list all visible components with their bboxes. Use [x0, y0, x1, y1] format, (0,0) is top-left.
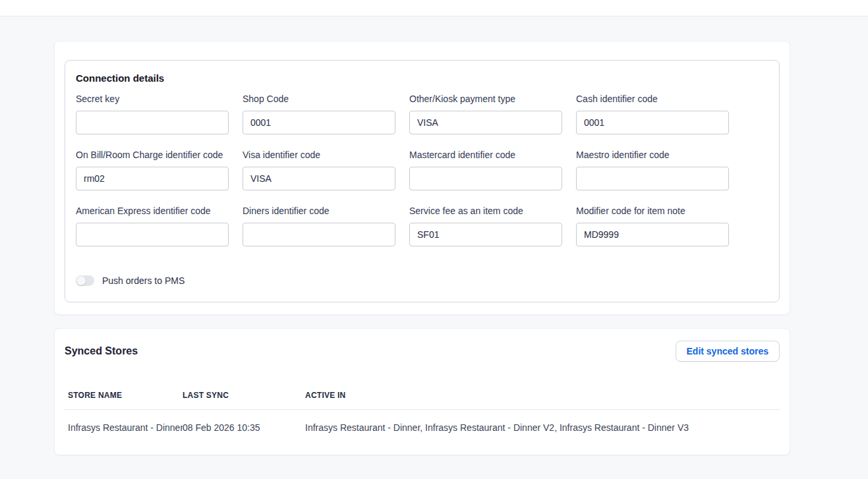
connection-details-title: Connection details: [76, 72, 768, 84]
secret-key-input[interactable]: [76, 111, 229, 134]
american-express-identifier-code-field: American Express identifier code: [76, 205, 229, 246]
push-orders-toggle-label: Push orders to PMS: [102, 275, 185, 286]
maestro-identifier-code-input[interactable]: [576, 167, 729, 190]
secret-key-field: Secret key: [76, 93, 229, 134]
service-fee-item-code-label: Service fee as an item code: [409, 205, 562, 217]
on-bill-room-charge-identifier-code-input[interactable]: [76, 167, 229, 190]
table-row: Infrasys Restaurant - Dinner 08 Feb 2026…: [65, 410, 780, 434]
shop-code-input[interactable]: [243, 111, 395, 134]
visa-identifier-code-input[interactable]: [243, 167, 395, 190]
mastercard-identifier-code-field: Mastercard identifier code: [409, 149, 562, 190]
synced-stores-header: Synced Stores Edit synced stores: [65, 341, 780, 362]
other-kiosk-payment-type-label: Other/Kiosk payment type: [409, 93, 562, 105]
store-name-cell: Infrasys Restaurant - Dinner: [65, 410, 183, 434]
synced-stores-card: Synced Stores Edit synced stores STORE N…: [54, 328, 790, 455]
service-fee-item-code-input[interactable]: [409, 223, 562, 246]
mastercard-identifier-code-input[interactable]: [409, 167, 562, 190]
synced-stores-title: Synced Stores: [65, 345, 138, 357]
other-kiosk-payment-type-input[interactable]: [409, 111, 562, 134]
shop-code-field: Shop Code: [243, 93, 395, 134]
diners-identifier-code-input[interactable]: [243, 223, 395, 246]
service-fee-item-code-field: Service fee as an item code: [409, 205, 562, 246]
cash-identifier-code-label: Cash identifier code: [576, 93, 729, 105]
on-bill-room-charge-identifier-code-label: On Bill/Room Charge identifier code: [76, 149, 229, 161]
diners-identifier-code-label: Diners identifier code: [243, 205, 395, 217]
push-orders-toggle-row: Push orders to PMS: [76, 275, 768, 286]
american-express-identifier-code-input[interactable]: [76, 223, 229, 246]
connection-card: Connection details Secret key Shop Code …: [54, 41, 790, 315]
active-in-cell: Infrasys Restaurant - Dinner, Infrasys R…: [305, 410, 780, 434]
modifier-code-item-note-input[interactable]: [576, 223, 729, 246]
column-header-active-in: ACTIVE IN: [305, 391, 780, 410]
connection-details-panel: Connection details Secret key Shop Code …: [65, 60, 780, 302]
last-sync-cell: 08 Feb 2026 10:35: [183, 410, 305, 434]
shop-code-label: Shop Code: [243, 93, 395, 105]
top-bar: [0, 0, 868, 16]
diners-identifier-code-field: Diners identifier code: [243, 205, 395, 246]
american-express-identifier-code-label: American Express identifier code: [76, 205, 229, 217]
synced-stores-table: STORE NAME LAST SYNC ACTIVE IN Infrasys …: [65, 391, 780, 433]
toggle-knob: [76, 276, 86, 285]
column-header-store-name: STORE NAME: [65, 391, 183, 410]
on-bill-room-charge-identifier-code-field: On Bill/Room Charge identifier code: [76, 149, 229, 190]
column-header-last-sync: LAST SYNC: [183, 391, 305, 410]
push-orders-toggle[interactable]: [76, 275, 94, 286]
visa-identifier-code-field: Visa identifier code: [243, 149, 395, 190]
edit-synced-stores-button[interactable]: Edit synced stores: [676, 341, 780, 362]
connection-form-grid: Secret key Shop Code Other/Kiosk payment…: [76, 93, 768, 246]
other-kiosk-payment-type-field: Other/Kiosk payment type: [409, 93, 562, 134]
modifier-code-item-note-label: Modifier code for item note: [576, 205, 729, 217]
maestro-identifier-code-label: Maestro identifier code: [576, 149, 729, 161]
cash-identifier-code-input[interactable]: [576, 111, 729, 134]
modifier-code-item-note-field: Modifier code for item note: [576, 205, 729, 246]
table-header-row: STORE NAME LAST SYNC ACTIVE IN: [65, 391, 780, 410]
visa-identifier-code-label: Visa identifier code: [243, 149, 395, 161]
secret-key-label: Secret key: [76, 93, 229, 105]
maestro-identifier-code-field: Maestro identifier code: [576, 149, 729, 190]
cash-identifier-code-field: Cash identifier code: [576, 93, 729, 134]
mastercard-identifier-code-label: Mastercard identifier code: [409, 149, 562, 161]
